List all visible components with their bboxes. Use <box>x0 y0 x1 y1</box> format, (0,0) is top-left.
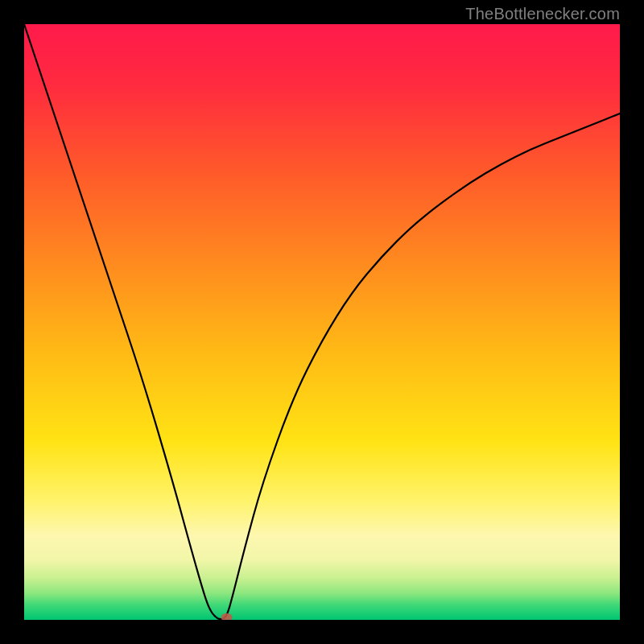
plot-area <box>24 24 620 620</box>
bottleneck-curve <box>24 24 620 620</box>
watermark-text: TheBottlenecker.com <box>465 5 620 23</box>
optimum-marker <box>221 613 233 620</box>
chart-frame: TheBottlenecker.com <box>0 0 644 644</box>
